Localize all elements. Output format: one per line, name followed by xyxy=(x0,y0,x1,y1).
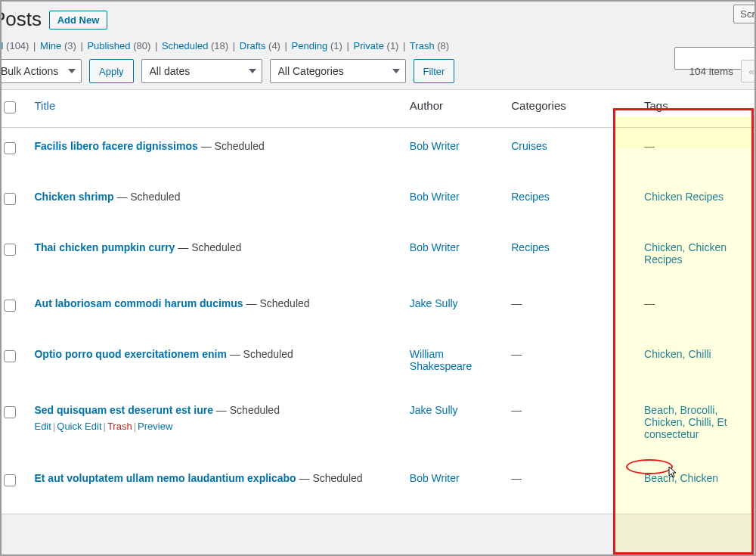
post-title-link[interactable]: Sed quisquam est deserunt est iure xyxy=(34,404,213,416)
column-author[interactable]: Author xyxy=(410,99,443,112)
bulk-actions-select[interactable]: Bulk Actions xyxy=(0,59,82,83)
tag-link[interactable]: Chilli xyxy=(688,348,711,360)
author-link[interactable]: Jake Sully xyxy=(410,297,458,309)
filter-trash[interactable]: Trash xyxy=(410,40,435,51)
post-title-link[interactable]: Et aut voluptatem ullam nemo laudantium … xyxy=(34,472,296,484)
table-row: Et aut voluptatem ullam nemo laudantium … xyxy=(0,463,756,514)
post-status: — Scheduled xyxy=(198,140,265,152)
tag-link[interactable]: Chilli xyxy=(688,416,711,428)
filter-all[interactable]: All xyxy=(0,40,3,51)
tag-link[interactable]: Chicken xyxy=(644,416,683,428)
filter-published[interactable]: Published xyxy=(87,40,130,51)
post-status: — Scheduled xyxy=(114,191,181,203)
tag-link[interactable]: Chicken xyxy=(644,348,683,360)
row-checkbox[interactable] xyxy=(4,406,16,418)
posts-table: Title Author Categories Tags Facilis lib… xyxy=(0,89,756,514)
post-title-link[interactable]: Aut laboriosam commodi harum ducimus xyxy=(34,297,243,309)
action-edit[interactable]: Edit xyxy=(34,421,51,432)
author-link[interactable]: Bob Writer xyxy=(410,191,460,203)
select-all-checkbox[interactable] xyxy=(4,101,16,113)
screen-options-button[interactable]: Scr xyxy=(733,5,756,23)
page-title: Posts xyxy=(0,8,42,31)
post-status: — Scheduled xyxy=(296,472,363,484)
post-title-link[interactable]: Thai chicken pumpkin curry xyxy=(34,241,175,253)
table-row: Thai chicken pumpkin curry — ScheduledBo… xyxy=(0,232,756,288)
no-categories: — xyxy=(511,348,522,360)
action-trash[interactable]: Trash xyxy=(107,421,132,432)
filter-scheduled[interactable]: Scheduled xyxy=(162,40,208,51)
status-filter-links: All (104) | Mine (3) | Published (80) | … xyxy=(0,40,756,51)
table-row: Sed quisquam est deserunt est iure — Sch… xyxy=(0,395,756,463)
post-status: — Scheduled xyxy=(175,241,241,253)
author-link[interactable]: Bob Writer xyxy=(410,140,460,152)
column-categories: Categories xyxy=(511,99,566,112)
row-checkbox[interactable] xyxy=(4,474,16,486)
filter-button[interactable]: Filter xyxy=(414,59,455,83)
no-categories: — xyxy=(511,472,522,484)
tag-link[interactable]: Chicken xyxy=(644,241,683,253)
filter-drafts[interactable]: Drafts xyxy=(240,40,266,51)
author-link[interactable]: William Shakespeare xyxy=(410,348,472,372)
tag-link[interactable]: Beach xyxy=(644,404,674,416)
post-status: — Scheduled xyxy=(213,404,280,416)
table-row: Facilis libero facere dignissimos — Sche… xyxy=(0,128,756,182)
action-quick-edit[interactable]: Quick Edit xyxy=(57,421,101,432)
author-link[interactable]: Bob Writer xyxy=(410,472,460,484)
table-row: Chicken shrimp — ScheduledBob WriterReci… xyxy=(0,182,756,232)
tag-link[interactable]: Brocolli xyxy=(680,404,715,416)
no-categories: — xyxy=(511,297,522,309)
post-status: — Scheduled xyxy=(243,297,310,309)
category-filter-select[interactable]: All Categories xyxy=(270,59,406,83)
category-link[interactable]: Recipes xyxy=(511,191,550,203)
row-actions: Edit|Quick Edit|Trash|Preview xyxy=(34,421,394,432)
no-tags: — xyxy=(644,297,655,309)
no-categories: — xyxy=(511,404,522,416)
tag-link[interactable]: Chicken xyxy=(680,472,719,484)
tag-link[interactable]: Beach xyxy=(644,472,674,484)
author-link[interactable]: Bob Writer xyxy=(410,241,460,253)
action-preview[interactable]: Preview xyxy=(138,421,172,432)
post-status: — Scheduled xyxy=(227,348,293,360)
row-checkbox[interactable] xyxy=(4,300,16,312)
add-new-button[interactable]: Add New xyxy=(49,11,108,30)
row-checkbox[interactable] xyxy=(4,193,16,205)
apply-button[interactable]: Apply xyxy=(89,59,134,83)
tag-link[interactable]: Chicken Recipes xyxy=(644,191,723,203)
filter-private[interactable]: Private xyxy=(353,40,383,51)
category-link[interactable]: Cruises xyxy=(511,140,547,152)
date-filter-select[interactable]: All dates xyxy=(141,59,262,83)
item-count: 104 items xyxy=(689,66,733,77)
row-checkbox[interactable] xyxy=(4,142,16,154)
filter-pending[interactable]: Pending xyxy=(292,40,328,51)
row-checkbox[interactable] xyxy=(4,350,16,362)
author-link[interactable]: Jake Sully xyxy=(410,404,458,416)
column-title[interactable]: Title xyxy=(34,99,55,112)
post-title-link[interactable]: Optio porro quod exercitationem enim xyxy=(34,348,226,360)
column-tags: Tags xyxy=(644,99,668,112)
no-tags: — xyxy=(644,140,655,152)
pagination-prev-button[interactable]: « xyxy=(741,60,756,82)
filter-mine[interactable]: Mine xyxy=(40,40,61,51)
category-link[interactable]: Recipes xyxy=(511,241,550,253)
post-title-link[interactable]: Chicken shrimp xyxy=(34,191,113,203)
table-row: Optio porro quod exercitationem enim — S… xyxy=(0,339,756,395)
row-checkbox[interactable] xyxy=(4,244,16,256)
table-row: Aut laboriosam commodi harum ducimus — S… xyxy=(0,288,756,339)
post-title-link[interactable]: Facilis libero facere dignissimos xyxy=(34,140,197,152)
